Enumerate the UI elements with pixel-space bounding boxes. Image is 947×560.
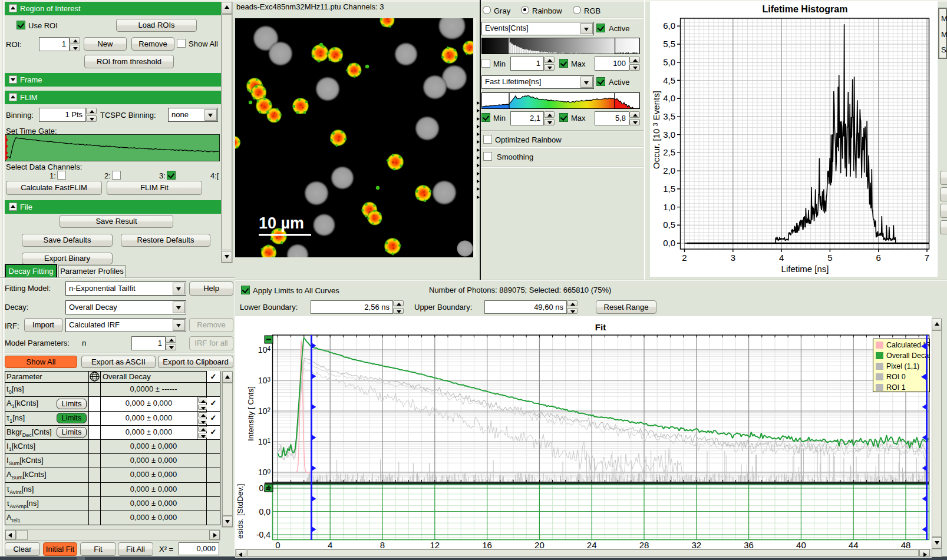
svg-text:7: 7 <box>925 253 929 263</box>
svg-text:2,5: 2,5 <box>663 147 675 157</box>
svg-text:2,0: 2,0 <box>663 165 675 175</box>
svg-text:1,5: 1,5 <box>663 184 675 194</box>
svg-text:Fit: Fit <box>595 322 606 332</box>
svg-text:4,5: 4,5 <box>663 75 675 85</box>
svg-text:4: 4 <box>779 253 784 263</box>
svg-text:0,0: 0,0 <box>663 238 675 248</box>
svg-text:esids. [StdDev.]: esids. [StdDev.] <box>236 483 245 539</box>
svg-text:6: 6 <box>876 253 881 263</box>
svg-text:3,0: 3,0 <box>663 130 675 140</box>
svg-text:0,4: 0,4 <box>259 483 271 493</box>
svg-text:3: 3 <box>731 253 735 263</box>
svg-text:5,0: 5,0 <box>663 57 675 67</box>
svg-text:Occur. [10 3 Events]: Occur. [10 3 Events] <box>651 91 661 169</box>
svg-text:0,0: 0,0 <box>259 507 271 516</box>
svg-text:-0,4: -0,4 <box>256 530 270 539</box>
svg-text:3,5: 3,5 <box>663 111 675 121</box>
svg-text:Lifetime [ns]: Lifetime [ns] <box>781 264 829 274</box>
svg-text:5: 5 <box>827 253 832 263</box>
svg-text:6,0: 6,0 <box>663 21 675 31</box>
svg-text:1,0: 1,0 <box>663 202 675 212</box>
svg-text:2: 2 <box>682 253 687 263</box>
svg-text:Intensity [ Cnts]: Intensity [ Cnts] <box>246 386 255 441</box>
svg-text:10 µm: 10 µm <box>259 214 304 232</box>
svg-text:Lifetime Histogram: Lifetime Histogram <box>763 4 848 14</box>
svg-text:4,0: 4,0 <box>663 93 675 103</box>
svg-text:5,5: 5,5 <box>663 39 675 49</box>
svg-text:0,5: 0,5 <box>663 220 675 230</box>
